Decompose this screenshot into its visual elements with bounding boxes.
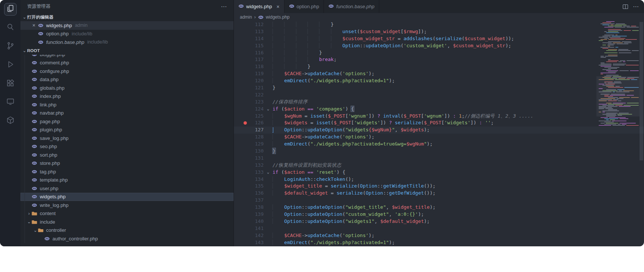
activity-source-control[interactable] [4, 40, 17, 53]
gutter[interactable]: 113 [234, 28, 273, 35]
file-item[interactable]: phpglobals.php [20, 84, 234, 92]
gutter[interactable]: 143 [234, 239, 273, 246]
folder-item[interactable]: ⌄controller [20, 226, 234, 235]
code-line-124[interactable]: 124⌄if ($action == 'compages') { [234, 106, 644, 113]
file-item[interactable]: phpdata.php [20, 76, 234, 84]
gutter[interactable]: 115 [234, 42, 273, 49]
open-editor-item[interactable]: ×phpwidgets.phpadmin [20, 21, 234, 30]
gutter[interactable]: 126 [234, 119, 273, 127]
gutter[interactable]: 123 [234, 99, 273, 106]
file-item[interactable]: phpconfigure.php [20, 67, 234, 76]
open-editors-header[interactable]: ⌄ 打开的编辑器 [20, 13, 234, 21]
activity-explorer[interactable] [4, 3, 17, 16]
gutter[interactable]: 142 [234, 232, 273, 239]
file-item[interactable]: phpnavbar.php [20, 109, 234, 118]
file-item[interactable]: phpsort.php [20, 151, 234, 159]
fold-chevron-icon[interactable]: ⌄ [264, 106, 273, 113]
folder-item[interactable]: ⌄include [20, 218, 234, 226]
code-line-122[interactable]: 122 [234, 92, 644, 99]
file-item[interactable]: phpstore.php [20, 159, 234, 168]
code-line-121[interactable]: 121} [234, 84, 644, 92]
gutter[interactable]: 117 [234, 56, 273, 63]
file-item[interactable]: phptemplate.php [20, 176, 234, 185]
file-item[interactable]: phpcomment.php [20, 59, 234, 67]
code-line-117[interactable]: 117 break; [234, 56, 644, 63]
code-line-141[interactable]: 141 [234, 225, 644, 232]
file-item[interactable]: phptag.php [20, 167, 234, 176]
activity-extensions[interactable] [4, 77, 17, 90]
gutter[interactable]: 114 [234, 35, 273, 42]
fold-chevron-icon[interactable]: ⌄ [264, 169, 273, 176]
breadcrumb-item[interactable]: admin [240, 15, 252, 20]
gutter[interactable]: 136 [234, 190, 273, 197]
gutter[interactable]: 137 [234, 197, 273, 204]
more-actions-icon[interactable]: ⋯ [633, 3, 639, 10]
code-line-123[interactable]: 123//保存组件排序 [234, 99, 644, 106]
activity-run-debug[interactable] [4, 59, 17, 71]
gutter[interactable]: 135 [234, 183, 273, 190]
file-item[interactable]: phpuser.php [20, 184, 234, 193]
code-line-134[interactable]: 134 LoginAuth::checkToken(); [234, 176, 644, 183]
more-actions-icon[interactable]: ⋯ [221, 3, 227, 10]
gutter[interactable]: 131 [234, 155, 273, 162]
close-icon[interactable]: × [31, 22, 37, 28]
code-line-129[interactable]: 129 emDirect("./widgets.php?activated=tr… [234, 141, 644, 148]
code-line-127[interactable]: 127 Option::updateOption("widgets{$wgNum… [234, 127, 644, 134]
scrollbar-slider[interactable] [640, 22, 643, 160]
gutter[interactable]: 129 [234, 141, 273, 148]
file-item[interactable]: phpplugin.php [20, 126, 234, 134]
code-line-136[interactable]: 136 $default_widget = serialize(Option::… [234, 190, 644, 197]
file-item[interactable]: phppage.php [20, 117, 234, 126]
file-item[interactable]: phpindex.php [20, 92, 234, 101]
gutter[interactable]: 127 [234, 127, 273, 134]
code-line-143[interactable]: 143 emDirect("./widgets.php?activated=1"… [234, 239, 644, 246]
code-line-125[interactable]: 125 $wgNum = isset($_POST['wgnum']) ? in… [234, 113, 644, 120]
file-item[interactable]: phplink.php [20, 100, 234, 109]
gutter[interactable]: 138 [234, 204, 273, 211]
gutter[interactable]: 134 [234, 176, 273, 183]
file-item[interactable]: phpsave_log.php [20, 134, 234, 143]
root-folder-header[interactable]: ⌄ ROOT [20, 47, 234, 55]
code-line-137[interactable]: 137 [234, 197, 644, 204]
code-line-120[interactable]: 120 emDirect("./widgets.php?activated=1"… [234, 77, 644, 84]
minimap[interactable] [597, 21, 639, 140]
gutter[interactable]: 133⌄ [234, 169, 273, 176]
activity-search[interactable] [4, 22, 17, 34]
open-editor-item[interactable]: phpfunction.base.phpinclude/lib [20, 38, 234, 47]
gutter[interactable]: 116 [234, 49, 273, 57]
gutter[interactable]: 122 [234, 92, 273, 99]
open-editor-item[interactable]: phpoption.phpinclude/lib [20, 30, 234, 38]
code-line-114[interactable]: 114 $custom_widget_str = addslashes(seri… [234, 35, 644, 42]
code-line-133[interactable]: 133⌄if ($action == 'reset') { [234, 169, 644, 176]
gutter[interactable]: 118 [234, 63, 273, 70]
activity-project-manager[interactable] [4, 115, 17, 127]
gutter[interactable]: 140 [234, 218, 273, 225]
code-line-113[interactable]: 113 unset($custom_widget[$rmwg]); [234, 28, 644, 35]
folder-item[interactable]: ›content [20, 209, 234, 218]
code-line-118[interactable]: 118 } [234, 63, 644, 70]
code-line-119[interactable]: 119 $CACHE->updateCache('options'); [234, 70, 644, 77]
gutter[interactable]: 121 [234, 84, 273, 92]
code-line-132[interactable]: 132//恢复组件设置到初始安装状态 [234, 162, 644, 169]
gutter[interactable]: 112 [234, 21, 273, 28]
gutter[interactable]: 141 [234, 225, 273, 232]
minimap-viewport[interactable] [596, 76, 640, 116]
gutter[interactable]: 125 [234, 113, 273, 120]
tab-function.base.php[interactable]: phpfunction.base.php [324, 0, 379, 13]
code-line-112[interactable]: 112 } [234, 21, 644, 28]
tab-option.php[interactable]: phpoption.php [284, 0, 324, 13]
breadcrumb-item[interactable]: widgets.php [266, 15, 290, 20]
gutter[interactable]: 120 [234, 77, 273, 84]
code-line-139[interactable]: 139 Option::updateOption("custom_widget"… [234, 211, 644, 218]
gutter[interactable]: 119 [234, 70, 273, 77]
code-line-115[interactable]: 115 Option::updateOption('custom_widget'… [234, 42, 644, 49]
gutter[interactable]: 128 [234, 134, 273, 141]
code-line-131[interactable]: 131 [234, 155, 644, 162]
file-item[interactable]: phpblogger.php [20, 55, 234, 59]
code-line-140[interactable]: 140 Option::updateOption("widgets1", $de… [234, 218, 644, 225]
gutter[interactable]: 132 [234, 162, 273, 169]
code-line-142[interactable]: 142 $CACHE->updateCache('options'); [234, 232, 644, 239]
gutter[interactable]: 139 [234, 211, 273, 218]
code-line-116[interactable]: 116 } [234, 49, 644, 57]
file-item[interactable]: phpseo.php [20, 143, 234, 151]
